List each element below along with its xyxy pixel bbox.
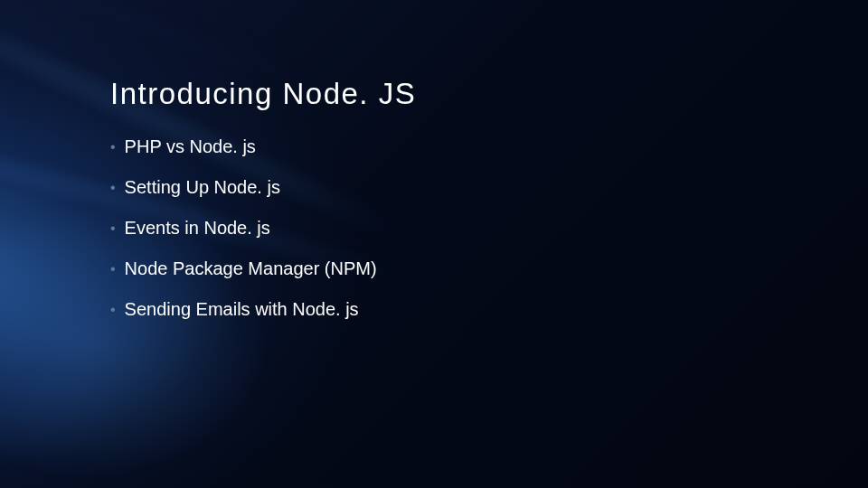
bullet-list: • PHP vs Node. js • Setting Up Node. js … [110, 136, 868, 320]
bullet-text: Events in Node. js [125, 218, 270, 239]
bullet-item: • Node Package Manager (NPM) [110, 258, 868, 279]
bullet-marker-icon: • [110, 140, 116, 155]
bullet-text: PHP vs Node. js [125, 136, 256, 157]
bullet-marker-icon: • [110, 221, 116, 236]
bullet-item: • Events in Node. js [110, 218, 868, 239]
bullet-item: • Setting Up Node. js [110, 177, 868, 198]
bullet-marker-icon: • [110, 303, 116, 317]
bullet-text: Setting Up Node. js [125, 177, 280, 198]
bullet-marker-icon: • [110, 262, 116, 277]
bullet-item: • PHP vs Node. js [110, 136, 868, 157]
bullet-text: Node Package Manager (NPM) [125, 258, 377, 279]
slide-content: Introducing Node. JS • PHP vs Node. js •… [0, 0, 868, 320]
bullet-marker-icon: • [110, 181, 116, 195]
bullet-text: Sending Emails with Node. js [125, 299, 359, 320]
bullet-item: • Sending Emails with Node. js [110, 299, 868, 320]
slide-title: Introducing Node. JS [110, 77, 868, 111]
